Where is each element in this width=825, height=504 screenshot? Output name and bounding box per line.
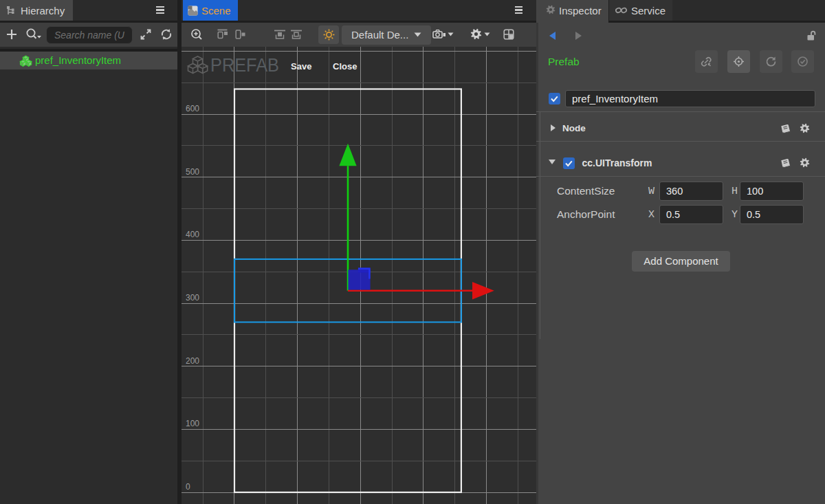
svg-text:100: 100	[186, 419, 199, 428]
svg-text:Close: Close	[333, 61, 357, 72]
svg-text:200: 200	[186, 356, 199, 366]
svg-text:600: 600	[186, 104, 199, 113]
svg-text:400: 400	[186, 230, 199, 239]
svg-text:Save: Save	[291, 61, 311, 72]
svg-text:0: 0	[186, 482, 190, 492]
svg-text:300: 300	[186, 293, 199, 303]
svg-text:500: 500	[186, 167, 199, 177]
svg-text:PREFAB: PREFAB	[210, 55, 279, 76]
